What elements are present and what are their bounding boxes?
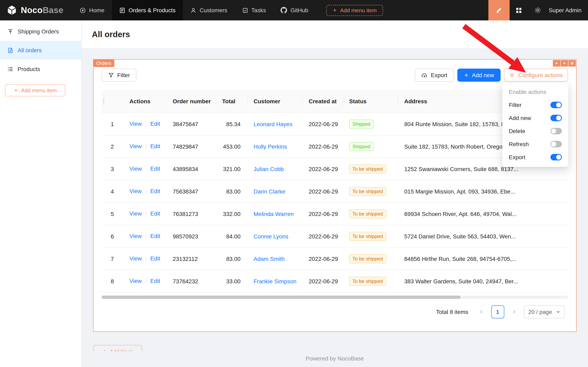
nav-item-orders-products[interactable]: Orders & Products [112, 0, 183, 20]
row-actions-cell: ViewEdit [123, 180, 166, 202]
customer-link[interactable]: Adam Smith [253, 255, 285, 262]
customer-cell: Leonard Hayes [247, 113, 302, 135]
order-number-cell: 38475647 [166, 113, 216, 135]
block-designer-tools [553, 60, 576, 67]
nav-item-github[interactable]: GitHub [273, 0, 316, 20]
plugin-manager-button[interactable] [510, 0, 528, 20]
menu-item-delete[interactable]: Delete [504, 125, 567, 138]
main-menu: Home Orders & Products Customers Tasks [73, 0, 383, 20]
sidebar-item-all-orders[interactable]: All orders [0, 41, 81, 60]
gear-icon [534, 7, 541, 14]
tasks-icon [242, 7, 248, 13]
sidebar-item-shipping-orders[interactable]: Shipping Orders [0, 22, 81, 41]
next-page-button[interactable] [507, 305, 521, 318]
row-index: 6 [102, 225, 123, 247]
view-link[interactable]: View [129, 210, 142, 217]
plus-icon [332, 8, 337, 13]
edit-link[interactable]: Edit [150, 121, 160, 127]
page-number-button[interactable]: 1 [491, 305, 504, 318]
add-block-below-icon[interactable] [561, 60, 568, 67]
total-cell: 84.00 [216, 225, 247, 247]
delete-toggle[interactable] [550, 128, 562, 134]
customer-link[interactable]: Leonard Hayes [253, 121, 292, 127]
add-menu-item-button[interactable]: Add menu item [326, 5, 383, 16]
row-index: 7 [102, 247, 123, 270]
nav-item-customers[interactable]: Customers [183, 0, 235, 20]
list-icon [7, 66, 14, 72]
add-block-above-icon[interactable] [553, 60, 560, 67]
table-row: 8 ViewEdit 73764232 33.00 Frankie Simpso… [102, 270, 568, 292]
page-size-select[interactable]: 20 / page [524, 305, 565, 318]
created-at-cell: 2022-06-29 [302, 135, 343, 158]
row-actions-cell: ViewEdit [123, 135, 166, 158]
filter-toggle[interactable] [550, 102, 562, 108]
sidebar-item-products[interactable]: Products [0, 60, 81, 78]
select-all-checkbox[interactable] [103, 98, 104, 105]
nav-item-tasks[interactable]: Tasks [235, 0, 273, 20]
customers-icon [190, 7, 196, 13]
menu-item-add-new[interactable]: Add new [504, 111, 567, 125]
view-link[interactable]: View [129, 188, 142, 194]
powered-by-footer: Powered by NocoBase [82, 355, 588, 362]
current-user-menu[interactable]: Super Admin [547, 7, 588, 14]
menu-item-export[interactable]: Export [504, 151, 567, 164]
row-actions-cell: ViewEdit [123, 247, 166, 270]
customer-link[interactable]: Frankie Simpson [253, 278, 296, 284]
export-toggle[interactable] [550, 154, 562, 160]
top-navbar: NocoBase Home Orders & Products Customer… [0, 0, 588, 20]
customer-link[interactable]: Melinda Warren [253, 210, 294, 217]
table-row: 2 ViewEdit 74829847 453.00 Holly Perkins… [102, 135, 568, 158]
ui-editor-button[interactable] [488, 0, 510, 20]
customer-link[interactable]: Connie Lyons [253, 233, 288, 239]
customer-link[interactable]: Holly Perkins [253, 143, 287, 150]
view-link[interactable]: View [129, 233, 142, 239]
address-cell: 5724 Daniel Drive, Suite 563, 54403, Wen… [398, 225, 568, 247]
edit-link[interactable]: Edit [150, 278, 160, 284]
file-icon [7, 47, 14, 53]
edit-link[interactable]: Edit [150, 143, 160, 150]
view-link[interactable]: View [129, 143, 142, 150]
status-cell: To be shipped [343, 180, 398, 202]
gear-icon [509, 72, 515, 78]
edit-link[interactable]: Edit [150, 233, 160, 239]
edit-link[interactable]: Edit [150, 188, 160, 194]
filter-button[interactable]: Filter [102, 69, 136, 82]
column-header-total: Total [216, 90, 247, 113]
column-header-status: Status [343, 90, 398, 113]
add-block-button[interactable]: Add block [93, 345, 142, 351]
total-cell: 453.00 [216, 135, 247, 158]
menu-item-filter[interactable]: Filter [504, 98, 567, 111]
customer-link[interactable]: Julian Cobb [253, 166, 284, 172]
export-button[interactable]: Export [415, 69, 454, 82]
customer-link[interactable]: Darin Clarke [253, 188, 286, 194]
nav-item-home[interactable]: Home [73, 0, 112, 20]
nocobase-logo[interactable]: NocoBase [0, 5, 68, 16]
scrollbar-thumb[interactable] [102, 295, 461, 299]
order-number-cell: 23132112 [166, 247, 216, 270]
configure-actions-button[interactable]: Configure actions [504, 69, 568, 82]
prev-page-button[interactable] [475, 305, 488, 318]
settings-button[interactable] [528, 0, 547, 20]
edit-link[interactable]: Edit [150, 255, 160, 262]
add-new-button[interactable]: Add new [457, 69, 501, 82]
address-cell: 84856 Hirthe Run, Suite 268, 94754-6705,… [398, 247, 568, 270]
refresh-toggle[interactable] [550, 141, 562, 147]
view-link[interactable]: View [129, 278, 142, 284]
created-at-cell: 2022-06-29 [302, 225, 343, 247]
edit-link[interactable]: Edit [150, 210, 160, 217]
sidebar-item-label: All orders [17, 47, 42, 53]
column-header-order-number: Order number [166, 90, 216, 113]
sidebar-add-menu-item-button[interactable]: Add menu item [5, 84, 65, 96]
add-new-toggle[interactable] [550, 115, 562, 121]
edit-link[interactable]: Edit [150, 166, 160, 172]
highlighter-icon [496, 7, 503, 14]
action-divider [146, 166, 146, 172]
nav-item-label: Orders & Products [128, 7, 175, 14]
view-link[interactable]: View [129, 166, 142, 172]
drag-handle-icon[interactable] [568, 60, 576, 67]
view-link[interactable]: View [129, 255, 142, 262]
horizontal-scrollbar[interactable] [102, 295, 568, 299]
orders-table: Actions Order number Total Customer Crea… [102, 90, 568, 292]
view-link[interactable]: View [129, 121, 142, 127]
menu-item-refresh[interactable]: Refresh [504, 138, 567, 151]
